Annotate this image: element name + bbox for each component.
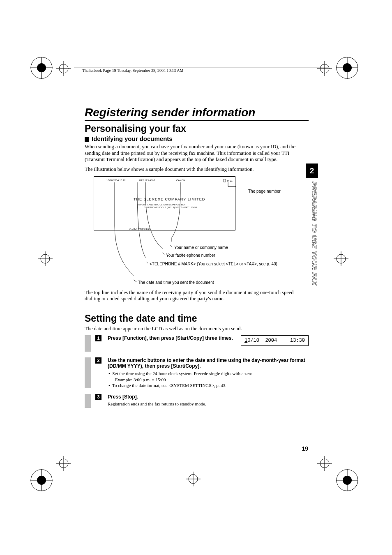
step-2-b2: • To change the date format, see <SYSTEM… bbox=[108, 382, 309, 388]
step-2-b1b: Example: 3:00 p.m. = 15:00 bbox=[108, 377, 309, 382]
print-crosshair-br bbox=[317, 456, 332, 471]
step-2: 2 Use the numeric buttons to enter the d… bbox=[85, 357, 309, 388]
step-3-head: Press [Stop]. bbox=[108, 394, 309, 400]
svg-line-43 bbox=[134, 280, 136, 282]
setting-intro: The date and time appear on the LCD as w… bbox=[85, 326, 309, 332]
print-crosshair-bl bbox=[56, 456, 71, 471]
callout-leaders bbox=[85, 234, 309, 287]
chapter-tab: 2 bbox=[306, 164, 318, 178]
svg-line-40 bbox=[171, 245, 173, 247]
svg-line-41 bbox=[162, 253, 164, 255]
print-mark-br bbox=[336, 469, 358, 491]
step-3-body: Registration ends and the fax returns to… bbox=[108, 401, 309, 406]
step-3: 3 Press [Stop]. Registration ends and th… bbox=[85, 394, 309, 408]
step-2-b1: • Set the time using the 24-hour clock s… bbox=[108, 371, 309, 376]
identifying-p1: When sending a document, you can have yo… bbox=[85, 144, 309, 163]
print-mark-tr bbox=[336, 57, 358, 79]
print-crosshair-tr bbox=[317, 61, 332, 76]
setting-title: Setting the date and time bbox=[85, 313, 309, 324]
step-num: 2 bbox=[95, 357, 101, 364]
print-mark-tl bbox=[30, 57, 53, 79]
print-crosshair-mr bbox=[334, 251, 348, 266]
callout-page-number: The page number bbox=[248, 189, 281, 193]
lcd-left: 10/10 2004 bbox=[244, 338, 277, 343]
personalising-title: Personalising your fax bbox=[85, 123, 309, 134]
chapter-label: PREPARING TO USE YOUR FAX bbox=[306, 182, 318, 286]
step-bar bbox=[85, 357, 91, 388]
step-bar bbox=[85, 394, 91, 408]
steps: 1 Press [Function], then press [Start/Co… bbox=[85, 335, 309, 408]
header-rule bbox=[74, 67, 330, 67]
step-1: 1 Press [Function], then press [Start/Co… bbox=[85, 335, 309, 352]
header-text: Thalia.book Page 19 Tuesday, September 2… bbox=[82, 68, 183, 73]
identifying-title: Identifying your documents bbox=[85, 135, 309, 142]
page-content: Registering sender information Personali… bbox=[85, 106, 309, 414]
sample-document: 10/10 2004 10:12 FAX 123 4567 CANON P. 0… bbox=[94, 176, 235, 230]
print-crosshair-ml bbox=[38, 251, 53, 266]
print-crosshair-bc bbox=[186, 472, 201, 486]
after-illus: The top line includes the name of the re… bbox=[85, 290, 309, 302]
print-mark-bl bbox=[30, 469, 53, 491]
page-number: 19 bbox=[302, 445, 308, 452]
step-num: 1 bbox=[95, 335, 101, 341]
step-2-head: Use the numeric buttons to enter the dat… bbox=[108, 357, 309, 369]
svg-line-42 bbox=[145, 261, 148, 263]
identifying-title-text: Identifying your documents bbox=[92, 135, 173, 142]
lcd-display: 10/10 2004 13:30 bbox=[241, 335, 309, 346]
section-title: Registering sender information bbox=[85, 106, 309, 121]
identifying-p2: The illustration below shows a sample do… bbox=[85, 166, 309, 173]
print-crosshair-tl bbox=[56, 61, 71, 76]
step-bar bbox=[85, 335, 91, 352]
lcd-left-rest: 0/10 2004 bbox=[247, 338, 277, 343]
lcd-right: 13:30 bbox=[290, 338, 305, 343]
step-num: 3 bbox=[95, 394, 101, 400]
